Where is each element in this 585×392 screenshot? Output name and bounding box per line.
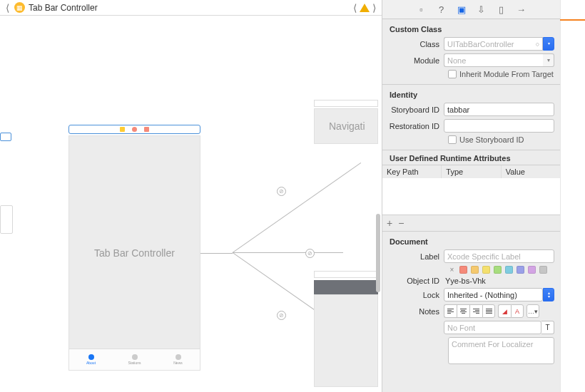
swatch-green[interactable] [494, 266, 502, 274]
identity-inspector-icon[interactable]: ▣ [456, 4, 467, 15]
swatch-orange[interactable] [471, 266, 479, 274]
tab-item-about[interactable]: About [69, 349, 113, 370]
use-storyboard-id-label: Use Storyboard ID [459, 135, 524, 144]
tab-bar: About Stations News [69, 349, 200, 370]
udra-header-row: Key Path Type Value [382, 165, 560, 178]
font-picker-icon[interactable]: T [541, 321, 554, 334]
segue-badge-icon[interactable]: ⊘ [277, 311, 286, 320]
module-field[interactable]: None [444, 53, 543, 67]
swatch-red[interactable] [459, 266, 467, 274]
offscreen-scene-stub [0, 205, 13, 234]
inspector-panel: ▫ ? ▣ ⇩ ▯ → Custom Class Class UITabBarC… [382, 0, 560, 392]
align-left-button[interactable] [444, 304, 457, 318]
udra-col-value[interactable]: Value [502, 165, 560, 178]
dest-scene[interactable] [314, 294, 378, 387]
quickhelp-inspector-icon[interactable]: ? [436, 4, 447, 15]
swatch-gray[interactable] [539, 266, 547, 274]
first-responder-icon [132, 127, 137, 132]
dest-scene-navbar [314, 280, 378, 294]
use-storyboard-id-checkbox[interactable] [448, 135, 457, 144]
dest-scene[interactable]: Navigati [314, 108, 378, 144]
swatch-none[interactable]: × [448, 266, 456, 274]
breadcrumb-title: Tab Bar Controller [29, 3, 98, 13]
notes-label: Notes [388, 307, 444, 316]
lock-dropdown-icon[interactable]: ▴▾ [543, 288, 554, 301]
custom-class-section: Custom Class Class UITabBarController ○ … [382, 19, 560, 85]
notes-toolbar: ◢ A …▾ [444, 304, 554, 318]
font-field[interactable]: No Font [444, 321, 541, 334]
file-inspector-icon[interactable]: ▫ [416, 4, 427, 15]
dest-scene-label: Navigati [329, 120, 365, 132]
canvas-scrollbar[interactable] [376, 214, 380, 292]
tab-glyph-icon [132, 354, 138, 360]
section-title: Document [388, 234, 554, 249]
jump-back-icon[interactable]: ⟨ [352, 2, 358, 14]
scene-centered-label: Tab Bar Controller [69, 247, 200, 259]
udra-remove-button[interactable]: − [398, 217, 404, 229]
segue-line [232, 163, 361, 253]
storyboard-id-label: Storyboard ID [388, 105, 444, 114]
class-clear-icon[interactable]: ○ [533, 37, 543, 51]
scene-icon [120, 127, 125, 132]
offscreen-scene-stub [0, 133, 11, 141]
segue-line [200, 253, 233, 254]
segue-badge-icon[interactable]: ⊘ [305, 249, 315, 258]
jump-forward-icon[interactable]: ⟩ [371, 2, 377, 14]
doc-label-field[interactable]: Xcode Specific Label [444, 249, 554, 263]
tab-item-label: News [173, 361, 183, 365]
udra-body[interactable] [382, 178, 560, 215]
section-title: Identity [388, 88, 554, 103]
lock-select[interactable]: Inherited - (Nothing) [444, 288, 543, 301]
canvas-breadcrumb-bar: ⟨ ▦ Tab Bar Controller ⟨ ⟩ [0, 0, 382, 16]
more-options-button[interactable]: …▾ [526, 304, 539, 318]
localizer-comment-field[interactable]: Comment For Localizer [448, 337, 554, 364]
size-inspector-icon[interactable]: ▯ [496, 4, 507, 15]
warning-icon[interactable] [360, 4, 370, 12]
align-right-button[interactable] [469, 304, 482, 318]
storyboard-canvas[interactable]: ⟨ ▦ Tab Bar Controller ⟨ ⟩ Tab Bar Contr… [0, 0, 382, 392]
tab-item-label: About [86, 361, 96, 365]
bg-color-button[interactable]: A [511, 304, 524, 318]
udra-add-button[interactable]: + [387, 217, 392, 229]
inspector-tab-bar: ▫ ? ▣ ⇩ ▯ → [382, 0, 560, 19]
swatch-yellow[interactable] [482, 266, 490, 274]
inherit-module-checkbox[interactable] [448, 70, 457, 78]
restoration-id-field[interactable] [444, 119, 554, 133]
tab-item-stations[interactable]: Stations [113, 349, 156, 370]
segue-badge-icon[interactable]: ⊘ [277, 187, 286, 196]
module-label: Module [388, 56, 444, 65]
udra-footer: + − [382, 215, 560, 232]
swatch-teal[interactable] [505, 266, 513, 274]
udra-section: User Defined Runtime Attributes Key Path… [382, 150, 560, 232]
align-center-button[interactable] [457, 304, 469, 318]
document-section: Document Label Xcode Specific Label × Ob… [382, 232, 560, 370]
exit-icon [144, 127, 149, 132]
connections-inspector-icon[interactable]: → [516, 4, 527, 15]
right-gutter [560, 0, 585, 392]
object-id-label: Object ID [388, 277, 444, 285]
tab-item-news[interactable]: News [156, 349, 200, 370]
class-dropdown-icon[interactable]: ▾ [543, 37, 554, 51]
segue-line [233, 252, 343, 253]
attributes-inspector-icon[interactable]: ⇩ [476, 4, 487, 15]
udra-col-keypath[interactable]: Key Path [382, 165, 442, 178]
class-field[interactable]: UITabBarController [444, 37, 533, 51]
doc-label-label: Label [388, 252, 444, 261]
align-justify-button[interactable] [482, 304, 495, 318]
udra-col-type[interactable]: Type [442, 165, 501, 178]
scene-title-bar[interactable] [68, 125, 200, 134]
dest-scene-titlebar [314, 271, 378, 278]
swatch-purple[interactable] [528, 266, 536, 274]
tab-item-label: Stations [128, 361, 141, 365]
swatch-blue[interactable] [517, 266, 524, 274]
tab-glyph-icon [88, 354, 94, 360]
module-dropdown-icon[interactable]: ▾ [543, 53, 554, 67]
storyboard-id-field[interactable]: tabbar [444, 103, 554, 116]
text-color-button[interactable]: ◢ [498, 304, 511, 318]
accent-divider [560, 19, 585, 21]
nav-back-icon[interactable]: ⟨ [4, 2, 11, 14]
class-label: Class [388, 40, 444, 48]
lock-label: Lock [388, 291, 444, 299]
object-id-value: Yye-bs-Vhk [444, 277, 554, 285]
tabbar-controller-scene[interactable]: Tab Bar Controller About Stations News [68, 135, 200, 371]
